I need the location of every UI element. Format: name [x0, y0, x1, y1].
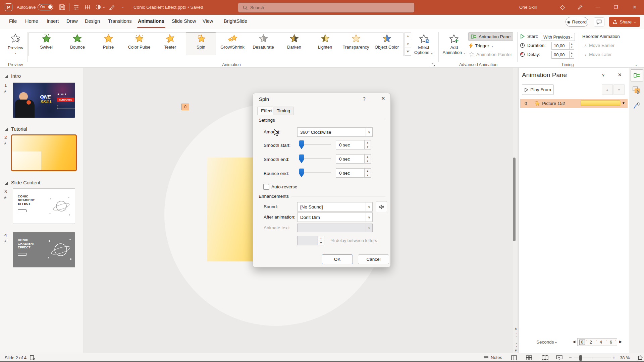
spin-down-icon[interactable]: ▼ [570, 55, 574, 58]
gallery-item-swivel[interactable]: Swivel [31, 33, 61, 56]
move-later-button[interactable]: ∨Move Later [584, 52, 612, 57]
section-title-intro[interactable]: Intro [11, 73, 21, 79]
tab-timing[interactable]: Timing [273, 107, 294, 115]
trigger-button[interactable]: Trigger ⌄ [469, 43, 494, 48]
minimize-icon[interactable]: — [596, 4, 600, 9]
tab-slide-show[interactable]: Slide Show [172, 18, 196, 24]
spin-up-icon[interactable]: ▲ [570, 42, 574, 46]
format-painter-button[interactable] [632, 101, 642, 111]
smooth-start-slider-thumb[interactable] [299, 140, 304, 149]
autosave-toggle[interactable]: On [38, 4, 53, 10]
spin-down-icon[interactable]: ▼ [365, 173, 371, 178]
slide-thumbnail-2-selected[interactable] [11, 134, 77, 171]
reading-view-icon[interactable] [542, 355, 548, 360]
sound-volume-button[interactable] [376, 201, 387, 212]
spin-up-icon[interactable]: ▲ [365, 154, 371, 159]
tab-home[interactable]: Home [25, 18, 38, 24]
diamond-icon[interactable] [559, 4, 566, 10]
after-animation-select[interactable]: Don't Dim∨ [297, 213, 373, 222]
tab-brightslide[interactable]: BrightSlide [224, 18, 247, 24]
timeline-scroll-right-icon[interactable]: ▶ [619, 340, 622, 344]
tab-view[interactable]: View [203, 18, 213, 24]
seconds-dropdown[interactable]: Seconds ▾ [536, 340, 557, 345]
smooth-end-slider[interactable] [299, 158, 331, 159]
gallery-item-bounce[interactable]: Bounce [62, 33, 93, 56]
gallery-item-transparency[interactable]: Transparency [341, 33, 371, 56]
gallery-item-object-color[interactable]: Object Color [372, 33, 402, 56]
slide-thumbnail-1[interactable]: ♥ ONE SKILL ▲ ➦ ◗ SUBSCRIBE [13, 82, 75, 118]
smooth-start-slider[interactable] [299, 144, 331, 145]
gallery-item-desaturate[interactable]: Desaturate [248, 33, 278, 56]
previous-slide-icon[interactable]: ⌃⌃ [515, 333, 518, 339]
smooth-end-stepper[interactable]: 0 sec ▲▼ [336, 154, 371, 164]
normal-view-icon[interactable] [511, 355, 517, 360]
add-animation-button[interactable]: Add Animation ⌄ [441, 33, 467, 56]
gallery-item-color-pulse[interactable]: Color Pulse [124, 33, 154, 56]
effect-options-button[interactable]: ⚙ Effect Options ⌄ [412, 33, 435, 56]
item-dropdown-icon[interactable]: ▼ [622, 101, 625, 105]
restore-icon[interactable]: ❐ [614, 4, 618, 10]
zoom-level[interactable]: 38 % [620, 355, 630, 360]
cancel-button[interactable]: Cancel [358, 254, 389, 264]
record-button[interactable]: ◉ Record [566, 17, 588, 27]
spin-down-icon[interactable]: ▼ [365, 159, 371, 164]
animation-indicator-icon[interactable]: ✭ [4, 239, 7, 243]
spell-check-icon[interactable] [30, 355, 35, 361]
spin-up-icon[interactable]: ▲ [570, 51, 574, 55]
reorder-down-button[interactable]: ▼ [613, 84, 625, 95]
zoom-in-icon[interactable]: + [612, 355, 615, 360]
dialog-launcher-icon[interactable] [431, 63, 435, 67]
gallery-item-darken[interactable]: Darken [279, 33, 309, 56]
section-title-slide-content[interactable]: Slide Content [11, 180, 40, 185]
preview-button[interactable]: Preview ⌄ [5, 32, 26, 61]
section-collapse-icon[interactable] [5, 75, 8, 78]
spin-down-icon[interactable]: ▼ [365, 145, 371, 150]
section-title-tutorial[interactable]: Tutorial [11, 126, 27, 132]
animation-pane-toggle-button[interactable] [631, 69, 643, 81]
search-input[interactable]: Search [238, 3, 414, 12]
close-icon[interactable]: ✕ [633, 4, 637, 10]
spin-down-icon[interactable]: ▼ [570, 46, 574, 49]
gallery-item-spin-selected[interactable]: Spin [186, 33, 216, 55]
dialog-close-icon[interactable]: ✕ [381, 96, 385, 102]
zoom-slider-thumb[interactable] [579, 355, 582, 361]
spin-up-icon[interactable]: ▲ [365, 168, 371, 173]
animation-item-picture-152[interactable]: 0 Picture 152 ▼ [520, 99, 628, 108]
title-chevron-icon[interactable]: ⌄ [201, 5, 204, 9]
duration-stepper[interactable]: 10,00 ▲▼ [551, 42, 574, 50]
notes-button[interactable]: Notes [484, 355, 502, 360]
selection-pane-button[interactable] [632, 86, 642, 96]
tab-design[interactable]: Design [85, 18, 100, 24]
move-earlier-button[interactable]: ∧Move Earlier [584, 43, 614, 48]
slide-gradient-rectangle[interactable] [207, 158, 255, 261]
section-collapse-icon[interactable] [5, 128, 8, 131]
gallery-item-teeter[interactable]: Teeter [155, 33, 185, 56]
share-button[interactable]: Share ⌄ [609, 17, 640, 27]
powerpoint-app-icon[interactable]: P [5, 3, 12, 11]
distribute-objects-icon[interactable] [85, 4, 91, 10]
tab-transitions[interactable]: Transitions [108, 18, 131, 24]
animation-painter-button[interactable]: Animation Painter [469, 52, 512, 57]
pane-collapse-icon[interactable]: ∨ [602, 72, 605, 77]
animation-pane-button[interactable]: Animation Pane [468, 32, 513, 41]
timeline-scroll-left-icon[interactable]: ◀ [573, 340, 575, 344]
smooth-end-slider-thumb[interactable] [299, 154, 304, 163]
tab-insert[interactable]: Insert [47, 18, 59, 24]
tab-file[interactable]: File [9, 18, 17, 24]
reorder-up-button[interactable]: ▲ [602, 84, 613, 95]
auto-reverse-checkbox[interactable] [263, 184, 269, 190]
gallery-scroll-down[interactable]: ∨ [405, 40, 411, 48]
scroll-up-icon[interactable]: ▲ [514, 326, 518, 330]
ok-button[interactable]: OK [322, 254, 353, 264]
gallery-item-lighten[interactable]: Lighten [310, 33, 340, 56]
slide-indicator[interactable]: Slide 2 of 4 [5, 355, 26, 360]
bounce-end-slider-thumb[interactable] [299, 168, 304, 177]
animation-indicator-icon[interactable]: ✭ [4, 141, 7, 145]
pane-close-icon[interactable]: ✕ [618, 72, 622, 77]
sound-select[interactable]: [No Sound]∨ [297, 202, 373, 212]
play-from-button[interactable]: Play From [522, 84, 554, 95]
slideshow-view-icon[interactable] [556, 355, 562, 360]
undo-pen-icon[interactable] [109, 4, 115, 11]
fit-to-window-icon[interactable] [637, 355, 643, 361]
slide-thumbnail-3[interactable]: CONIC GRADIENT EFFECT [13, 188, 75, 224]
